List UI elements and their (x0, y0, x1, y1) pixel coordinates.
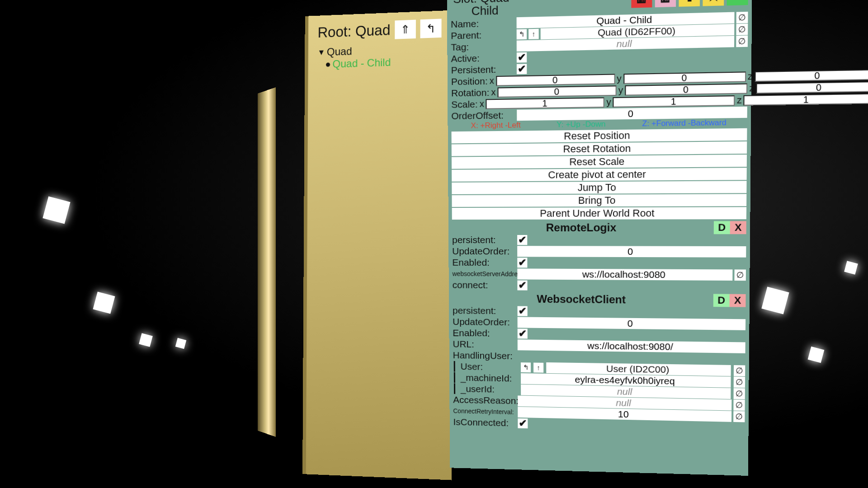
persistent-checkbox[interactable]: ✔ (517, 64, 527, 74)
null-icon[interactable]: ∅ (734, 376, 745, 388)
bring-to-button[interactable]: Bring To (452, 194, 746, 207)
scale-label: Scale: (451, 99, 478, 110)
hierarchy-panel: Root: Quad ⇑ ↰ ▼ Quad ● Quad - Child (302, 10, 453, 480)
nav-up-button[interactable]: ⇑ (395, 20, 416, 39)
machineid-label: _machineId: (461, 372, 518, 384)
panel-edge (258, 87, 276, 437)
ws-address-label: websocketServerAddress: (452, 270, 515, 277)
position-label: Position: (451, 75, 488, 87)
handlinguser-label: HandlingUser: (453, 350, 516, 361)
persistent-checkbox[interactable]: ✔ (518, 306, 528, 316)
isconnected-label: IsConnected: (453, 417, 516, 429)
scl-z-field[interactable] (744, 93, 868, 105)
nav-out-button[interactable]: ↰ (420, 19, 441, 38)
x-label: x (490, 75, 494, 86)
enabled-checkbox[interactable]: ✔ (518, 328, 528, 338)
retry-interval-label: ConnectRetryInterval: (453, 407, 516, 416)
connect-checkbox[interactable]: ✔ (517, 280, 527, 290)
remove-button[interactable]: X (730, 221, 746, 234)
scl-x-field[interactable] (486, 97, 604, 109)
user-label: User: (461, 361, 518, 373)
persistent-label: Persistent: (451, 63, 515, 75)
pos-x-field[interactable] (496, 74, 615, 86)
remove-button[interactable]: X (730, 294, 746, 307)
create-pivot-button[interactable]: Create pivot at center (452, 168, 747, 182)
reset-scale-button[interactable]: Reset Scale (452, 155, 747, 169)
add-icon[interactable]: ▬ (727, 0, 748, 5)
pos-z-field[interactable] (755, 69, 868, 82)
null-icon[interactable]: ∅ (736, 23, 748, 35)
accessreason-label: AccessReason: (453, 394, 516, 406)
duplicate-button[interactable]: D (713, 294, 730, 307)
user-nav-in-button[interactable]: ↰ (521, 362, 531, 372)
persistent-label: persistent: (453, 305, 516, 316)
rot-x-field[interactable] (498, 85, 617, 98)
delete-preserve-icon[interactable]: 🗑 (655, 0, 676, 7)
tag-label: Tag: (451, 40, 514, 52)
favorite-icon[interactable]: ★ (703, 0, 724, 6)
caret-down-icon[interactable]: ▼ (317, 47, 325, 57)
duplicate-button[interactable]: D (714, 221, 730, 234)
updateorder-field[interactable] (517, 246, 746, 258)
reset-rotation-button[interactable]: Reset Rotation (452, 141, 747, 156)
null-icon[interactable]: ∅ (736, 11, 748, 23)
active-label: Active: (451, 52, 514, 64)
rot-z-field[interactable] (756, 81, 868, 94)
updateorder-label: UpdateOrder: (452, 246, 515, 257)
move-up-icon[interactable]: ⬆ (679, 0, 700, 7)
enabled-checkbox[interactable]: ✔ (517, 258, 527, 267)
parent-nav-up-button[interactable]: ↑ (528, 28, 539, 39)
user-nav-up-button[interactable]: ↑ (533, 362, 543, 372)
enabled-label: Enabled: (453, 327, 516, 338)
active-checkbox[interactable]: ✔ (517, 52, 527, 62)
null-icon[interactable]: ∅ (734, 269, 746, 281)
jump-to-button[interactable]: Jump To (452, 181, 746, 194)
tree-root-label: Quad (327, 45, 352, 58)
enabled-label: Enabled: (452, 257, 515, 267)
name-label: Name: (451, 17, 515, 30)
hierarchy-tree: ▼ Quad ● Quad - Child (317, 42, 448, 70)
delete-icon[interactable]: 🗑 (631, 0, 652, 8)
url-label: URL: (453, 338, 515, 350)
connect-label: connect: (453, 279, 516, 291)
parent-nav-in-button[interactable]: ↰ (517, 29, 527, 39)
bullet-icon: ● (325, 59, 331, 70)
null-icon[interactable]: ∅ (736, 35, 748, 47)
updateorder-label: UpdateOrder: (453, 316, 516, 328)
null-icon[interactable]: ∅ (734, 365, 745, 376)
component-title-websocketclient: WebsocketClient (453, 292, 713, 307)
y-label: y (617, 73, 621, 84)
orderoffset-label: OrderOffset: (451, 109, 515, 121)
userid-label: _userId: (461, 383, 518, 395)
scl-y-field[interactable] (613, 95, 735, 108)
null-icon[interactable]: ∅ (733, 411, 745, 422)
rot-y-field[interactable] (625, 83, 747, 95)
root-label: Root: Quad (318, 22, 391, 41)
tree-child-label: Quad - Child (333, 56, 391, 70)
component-title-remotelogix: RemoteLogix (452, 221, 714, 234)
isconnected-checkbox[interactable]: ✔ (518, 418, 528, 428)
parent-label: Parent: (451, 29, 514, 42)
slot-title: Slot: Quad - Child (451, 0, 519, 18)
pos-y-field[interactable] (623, 71, 746, 84)
z-label: z (748, 71, 753, 82)
null-icon[interactable]: ∅ (733, 399, 745, 411)
inspector-panel: Slot: Quad - Child 🗑 🗑 ⬆ ★ ▬ Name: ∅ Par… (447, 0, 752, 476)
reset-position-button[interactable]: Reset Position (452, 128, 747, 143)
null-icon[interactable]: ∅ (734, 388, 745, 399)
ws-address-field[interactable] (517, 268, 732, 281)
parent-under-root-button[interactable]: Parent Under World Root (452, 207, 746, 220)
persistent-label: persistent: (452, 235, 515, 245)
rotation-label: Rotation: (451, 87, 490, 99)
persistent-checkbox[interactable]: ✔ (517, 235, 527, 245)
